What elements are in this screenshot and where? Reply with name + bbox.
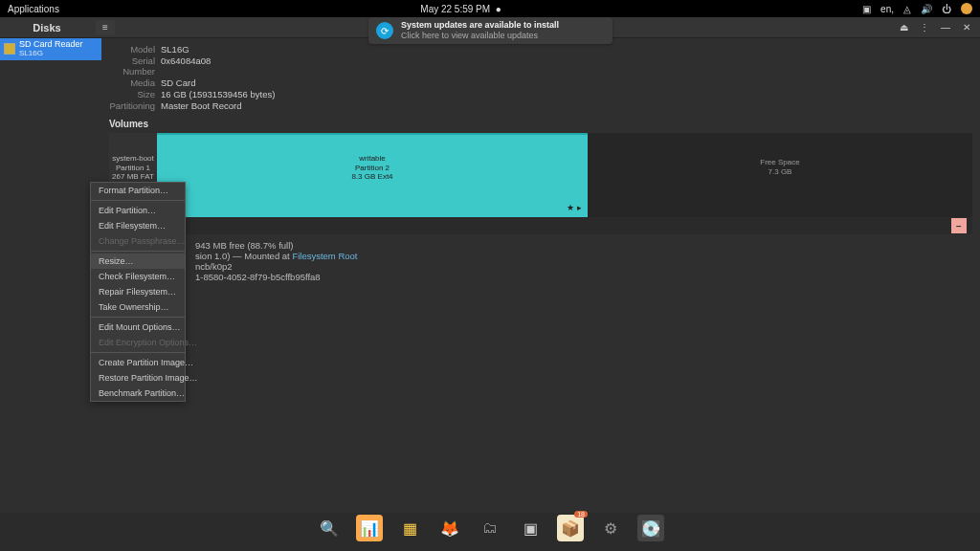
filesystem-root-link[interactable]: Filesystem Root — [292, 251, 357, 261]
keyboard-lang[interactable]: en, — [880, 4, 894, 14]
menu-format-partition[interactable]: Format Partition… — [91, 183, 185, 198]
menu-check-filesystem[interactable]: Check Filesystem… — [91, 269, 185, 284]
window-title: Disks — [4, 22, 90, 33]
drive-icon — [4, 43, 15, 55]
minimize-button[interactable]: — — [936, 20, 955, 35]
kebab-menu[interactable]: ⋮ — [915, 20, 934, 35]
system-tray: ▣ en, ◬ 🔊 ⏻ — [862, 3, 972, 14]
dock: 🔍 📊 ▦ 🦊 🗂 ▣ 18📦 ⚙ 💽 — [302, 509, 678, 547]
dock-magnifier[interactable]: 🔍 — [316, 515, 343, 541]
metadata: ModelSL16G Serial Number0x64084a08 Media… — [109, 44, 972, 111]
eject-button[interactable]: ⏏ — [894, 20, 913, 35]
dock-terminal[interactable]: ▣ — [517, 515, 544, 541]
content-pane: ModelSL16G Serial Number0x64084a08 Media… — [101, 38, 980, 513]
menu-repair-filesystem[interactable]: Repair Filesystem… — [91, 284, 185, 299]
wifi-icon[interactable]: ◬ — [903, 4, 911, 14]
dock-software[interactable]: 18📦 — [557, 515, 584, 541]
menu-change-passphrase: Change Passphrase… — [91, 233, 185, 249]
partition-toolbar: ▣ ✎ − — [109, 217, 972, 234]
star-icon: ★ ▸ — [567, 203, 582, 213]
clock[interactable]: May 22 5:59 PM ● — [59, 4, 862, 14]
free-space[interactable]: Free Space 7.3 GB — [588, 133, 972, 217]
user-avatar[interactable] — [961, 3, 972, 14]
partition-details: 943 MB free (88.7% full) sion 1.0) — Mou… — [195, 240, 972, 282]
menu-take-ownership[interactable]: Take Ownership… — [91, 299, 185, 315]
power-icon[interactable]: ⏻ — [942, 4, 951, 14]
dock-files[interactable]: 🗂 — [477, 515, 503, 541]
volume-icon[interactable]: 🔊 — [921, 4, 932, 14]
partition-context-menu: Format Partition… Edit Partition… Edit F… — [90, 182, 186, 402]
menu-restore-image[interactable]: Restore Partition Image… — [91, 370, 185, 386]
update-notification[interactable]: ⟳ System updates are available to instal… — [368, 17, 612, 44]
notif-title: System updates are available to install — [401, 20, 559, 31]
device-sidebar: SD Card Reader SL16G — [0, 38, 101, 59]
update-icon: ⟳ — [376, 22, 393, 39]
dock-firefox[interactable]: 🦊 — [436, 515, 463, 541]
top-bar: Applications May 22 5:59 PM ● ▣ en, ◬ 🔊 … — [0, 0, 980, 17]
dock-disks[interactable]: 💽 — [637, 515, 664, 541]
sidebar-item-sdcard[interactable]: SD Card Reader SL16G — [0, 38, 101, 60]
volumes-header: Volumes — [109, 119, 972, 129]
update-badge: 18 — [574, 511, 588, 518]
dock-settings[interactable]: ⚙ — [597, 515, 624, 541]
menu-edit-mount[interactable]: Edit Mount Options… — [91, 320, 185, 335]
menu-edit-filesystem[interactable]: Edit Filesystem… — [91, 218, 185, 233]
menu-benchmark[interactable]: Benchmark Partition… — [91, 386, 185, 401]
partition-2[interactable]: writable Partition 2 8.3 GB Ext4 ★ ▸ — [157, 133, 588, 217]
dock-appgrid[interactable]: ▦ — [396, 515, 423, 541]
menu-edit-encryption: Edit Encryption Options… — [91, 335, 185, 350]
screencast-icon[interactable]: ▣ — [862, 4, 871, 14]
menu-create-image[interactable]: Create Partition Image… — [91, 355, 185, 370]
hamburger-button[interactable]: ≡ — [96, 20, 115, 35]
volumes-viz: system-boot Partition 1 267 MB FAT ★ ▸ w… — [109, 133, 972, 217]
notif-subtitle: Click here to view available updates — [401, 31, 559, 41]
menu-resize[interactable]: Resize… — [91, 253, 185, 269]
applications-menu[interactable]: Applications — [8, 4, 59, 14]
menu-edit-partition[interactable]: Edit Partition… — [91, 203, 185, 218]
close-button[interactable]: ✕ — [957, 20, 976, 35]
dock-taskmanager[interactable]: 📊 — [356, 515, 383, 541]
sidebar-device-sub: SL16G — [19, 50, 83, 58]
delete-partition-button[interactable]: − — [951, 218, 967, 233]
